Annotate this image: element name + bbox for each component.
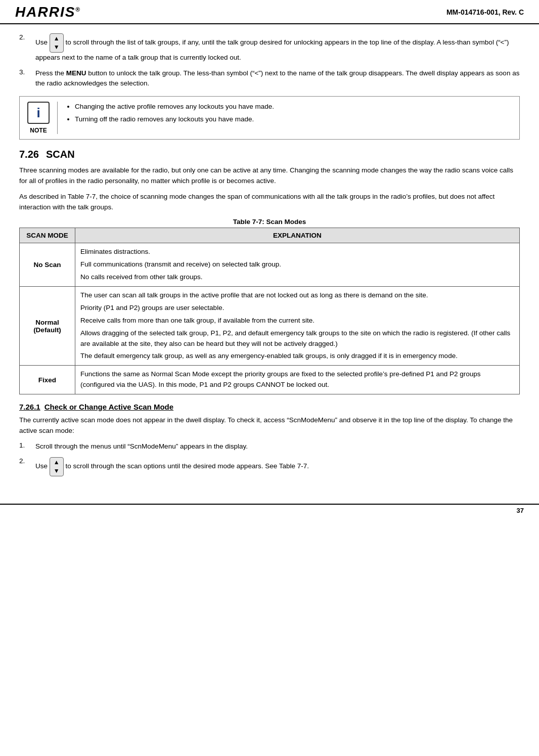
doc-number: MM-014716-001, Rev. C: [446, 8, 524, 16]
scroll-button-icon-2: ▲▼: [50, 457, 64, 476]
step-num-2: 2.: [19, 457, 35, 476]
section-7261-para1: The currently active scan mode does not …: [19, 415, 520, 436]
mode-fixed: Fixed: [20, 366, 75, 394]
scroll-button-icon: ▲▼: [50, 33, 64, 53]
no-scan-expl-3: No calls received from other talk groups…: [80, 272, 514, 283]
table-row-normal: Normal (Default) The user can scan all t…: [20, 286, 520, 366]
section-726-intro2: As described in Table 7-7, the choice of…: [19, 192, 520, 213]
section-726-num: 7.26: [19, 149, 39, 160]
expl-normal: The user can scan all talk groups in the…: [75, 286, 520, 366]
note-bullets: Changing the active profile removes any …: [65, 102, 511, 125]
page-number: 37: [517, 507, 524, 514]
expl-fixed: Functions the same as Normal Scan Mode e…: [75, 366, 520, 394]
list-num-3: 3.: [19, 68, 35, 90]
logo-reg: ®: [75, 6, 81, 13]
table-header-row: SCAN MODE EXPLANATION: [20, 228, 520, 243]
list-item-3: 3. Press the MENU button to unlock the t…: [19, 68, 520, 90]
page-footer: 37: [0, 504, 539, 516]
mode-normal: Normal (Default): [20, 286, 75, 366]
no-scan-expl-1: Eliminates distractions.: [80, 247, 514, 257]
normal-expl-2: Priority (P1 and P2) groups are user sel…: [80, 303, 514, 314]
info-icon: i: [27, 102, 50, 124]
expl-no-scan: Eliminates distractions. Full communicat…: [75, 243, 520, 287]
section-7261-heading: 7.26.1Check or Change Active Scan Mode: [19, 403, 520, 411]
note-bullet-1: Changing the active profile removes any …: [75, 102, 511, 112]
section-7261-num: 7.26.1: [19, 403, 40, 411]
step-num-1: 1.: [19, 441, 35, 452]
no-scan-expl-2: Full communications (transmit and receiv…: [80, 259, 514, 270]
normal-expl-5: The default emergency talk group, as wel…: [80, 351, 514, 362]
step-7261-2: 2. Use ▲▼ to scroll through the scan opt…: [19, 457, 520, 476]
col-header-scan-mode: SCAN MODE: [20, 228, 75, 243]
normal-expl-4: Allows dragging of the selected talk gro…: [80, 328, 514, 349]
section-726-title: SCAN: [46, 149, 75, 160]
list-text-3: Press the MENU button to unlock the talk…: [35, 68, 520, 90]
logo-text: HARRIS: [15, 4, 75, 20]
table-row-no-scan: No Scan Eliminates distractions. Full co…: [20, 243, 520, 287]
col-header-explanation: EXPLANATION: [75, 228, 520, 243]
normal-expl-1: The user can scan all talk groups in the…: [80, 290, 514, 301]
list-num-2: 2.: [19, 33, 35, 63]
step-text-1: Scroll through the menus until “ScnModeM…: [35, 441, 520, 452]
list-item-2: 2. Use ▲▼ to scroll through the list of …: [19, 33, 520, 63]
scan-modes-table: SCAN MODE EXPLANATION No Scan Eliminates…: [19, 228, 520, 394]
note-content: Changing the active profile removes any …: [57, 102, 511, 134]
fixed-expl-1: Functions the same as Normal Scan Mode e…: [80, 369, 514, 390]
normal-expl-3: Receive calls from more than one talk gr…: [80, 316, 514, 326]
list-text-2: Use ▲▼ to scroll through the list of tal…: [35, 33, 520, 63]
table-row-fixed: Fixed Functions the same as Normal Scan …: [20, 366, 520, 394]
step-text-2: Use ▲▼ to scroll through the scan option…: [35, 457, 520, 476]
table-title: Table 7-7: Scan Modes: [19, 218, 520, 226]
note-bullet-2: Turning off the radio removes any lockou…: [75, 114, 511, 125]
mode-no-scan: No Scan: [20, 243, 75, 287]
harris-logo: HARRIS®: [15, 4, 81, 20]
note-label: NOTE: [30, 127, 47, 134]
note-icon-area: i NOTE: [25, 102, 57, 134]
section-726-intro1: Three scanning modes are available for t…: [19, 165, 520, 187]
section-7261-title: Check or Change Active Scan Mode: [44, 403, 173, 411]
page-header: HARRIS® MM-014716-001, Rev. C: [0, 0, 539, 24]
section-726-heading: 7.26SCAN: [19, 149, 520, 160]
note-box: i NOTE Changing the active profile remov…: [19, 96, 520, 140]
step-7261-1: 1. Scroll through the menus until “ScnMo…: [19, 441, 520, 452]
main-content: 2. Use ▲▼ to scroll through the list of …: [0, 24, 539, 494]
